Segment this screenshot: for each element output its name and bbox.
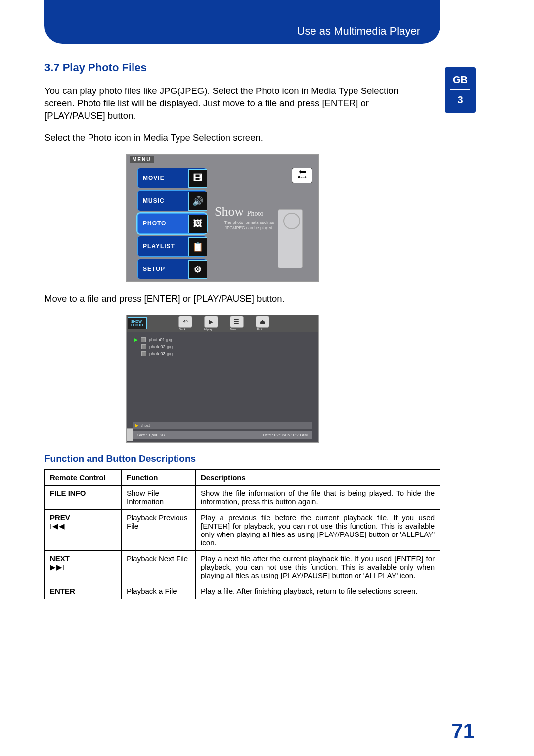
show-word: Show: [215, 204, 244, 219]
table-row: NEXT▶▶I Playback Next File Play a next f…: [45, 550, 440, 583]
menu-icon: ☰: [230, 316, 244, 328]
fn-cell: Playback Next File: [122, 550, 196, 583]
fn-cell: Playback a File: [122, 583, 196, 599]
screenshot-file-browser: SHOWPHOTO ↶Back ▶Allplay ☰Menu ⏏Exit ▶ph…: [126, 315, 319, 443]
function-table: Remote Control Function Descriptions FIL…: [44, 469, 440, 599]
menu-item-playlist: PLAYLIST 📋: [137, 236, 207, 257]
table-header-row: Remote Control Function Descriptions: [45, 469, 440, 485]
table-row: PREVI◀◀ Playback Previous File Play a pr…: [45, 509, 440, 550]
menu-label: MENU: [130, 156, 154, 163]
page-content: 3.7 Play Photo Files You can play photo …: [44, 61, 400, 599]
rc-cell: PREVI◀◀: [45, 509, 122, 550]
menu-item-music: MUSIC 🔊: [137, 190, 207, 211]
photo-icon: 🖼: [188, 215, 207, 233]
play-marker-icon: ▶: [134, 337, 138, 342]
status-bar: Size : 1,500 KB Date : 02/12/05 10:20 AM: [133, 431, 312, 439]
back-icon: ↶: [178, 316, 192, 328]
show-photo-desc: The photo formats such as JPG/JPEG can b…: [215, 220, 284, 231]
file-row: photo02.jpg: [133, 343, 312, 350]
file-name: photo02.jpg: [149, 344, 173, 349]
file-name: photo01.jpg: [149, 337, 172, 342]
menu-item-photo: PHOTO 🖼: [137, 213, 207, 234]
speaker-icon: 🔊: [188, 192, 207, 211]
show-sub: Photo: [247, 210, 264, 217]
table-row: FILE INFO Show File Information Show the…: [45, 485, 440, 509]
tab-divider: [450, 89, 470, 90]
file-icon: [141, 337, 146, 342]
step2-text: Move to a file and press [ENTER] or [PLA…: [44, 293, 400, 305]
menu-item-label: SETUP: [143, 266, 165, 272]
file-row: ▶photo01.jpg: [133, 336, 312, 343]
file-row: photo03.jpg: [133, 350, 312, 357]
next-symbol-icon: ▶▶I: [50, 563, 65, 571]
show-photo-title: Show Photo: [215, 204, 263, 219]
language-code: GB: [445, 74, 476, 86]
prev-symbol-icon: I◀◀: [50, 522, 65, 530]
file-list: ▶photo01.jpg photo02.jpg photo03.jpg: [133, 336, 312, 357]
back-arrow-icon: ⬅: [292, 168, 312, 175]
chapter-title: Use as Multimedia Player: [297, 25, 420, 38]
file-name: photo03.jpg: [149, 351, 173, 356]
desc-cell: Show the file information of the file th…: [196, 485, 440, 509]
menu-column: MOVIE 🎞 MUSIC 🔊 PHOTO 🖼 PLAYLIST 📋 SETUP: [137, 168, 207, 281]
chapter-header: Use as Multimedia Player: [44, 0, 440, 44]
rc-cell: NEXT▶▶I: [45, 550, 122, 583]
fn-cell: Show File Information: [122, 485, 196, 509]
desc-cell: Play a previous file before the current …: [196, 509, 440, 550]
file-icon: [141, 344, 146, 349]
function-subheading: Function and Button Descriptions: [44, 453, 400, 464]
th-remote: Remote Control: [45, 469, 122, 485]
page-number: 71: [451, 719, 475, 743]
menu-item-label: PHOTO: [143, 220, 166, 227]
allplay-icon: ▶: [204, 316, 218, 328]
playlist-icon: 📋: [188, 237, 207, 256]
screenshot-menu-wrap: MENU MOVIE 🎞 MUSIC 🔊 PHOTO 🖼 PLAYLIST 📋: [44, 154, 400, 282]
browser-toolbar: SHOWPHOTO ↶Back ▶Allplay ☰Menu ⏏Exit: [127, 315, 318, 332]
desc-cell: Play a file. After finishing playback, r…: [196, 583, 440, 599]
menu-item-label: PLAYLIST: [143, 243, 175, 250]
table-row: ENTER Playback a File Play a file. After…: [45, 583, 440, 599]
path-bar: /host: [133, 422, 312, 429]
file-icon: [141, 351, 146, 356]
film-icon: 🎞: [188, 169, 207, 188]
exit-icon: ⏏: [256, 316, 269, 328]
rc-cell: ENTER: [45, 583, 122, 599]
screenshot-browser-wrap: SHOWPHOTO ↶Back ▶Allplay ☰Menu ⏏Exit ▶ph…: [44, 315, 400, 443]
show-photo-badge: SHOWPHOTO: [128, 317, 147, 329]
chapter-number: 3: [445, 94, 476, 106]
setup-icon: ⚙: [188, 260, 207, 279]
device-illustration: [278, 209, 303, 268]
intro-paragraph: You can play photo files like JPG(JPEG).…: [44, 85, 400, 122]
rc-cell: FILE INFO: [45, 485, 122, 509]
screenshot-media-menu: MENU MOVIE 🎞 MUSIC 🔊 PHOTO 🖼 PLAYLIST 📋: [126, 154, 319, 282]
back-label: Back: [292, 175, 312, 179]
language-chapter-tab: GB 3: [445, 67, 476, 113]
th-desc: Descriptions: [196, 469, 440, 485]
size-info: Size : 1,500 KB: [137, 433, 165, 437]
fn-cell: Playback Previous File: [122, 509, 196, 550]
section-heading: 3.7 Play Photo Files: [44, 61, 400, 74]
menu-item-setup: SETUP ⚙: [137, 259, 207, 279]
menu-item-movie: MOVIE 🎞: [137, 168, 207, 188]
menu-item-label: MOVIE: [143, 175, 165, 181]
th-function: Function: [122, 469, 196, 485]
menu-item-label: MUSIC: [143, 197, 165, 204]
step1-text: Select the Photo icon in Media Type Sele…: [44, 132, 400, 144]
desc-cell: Play a next file after the current playb…: [196, 550, 440, 583]
path-text: /host: [141, 423, 150, 428]
back-button: ⬅ Back: [292, 168, 312, 183]
date-info: Date : 02/12/05 10:20 AM: [263, 433, 308, 437]
